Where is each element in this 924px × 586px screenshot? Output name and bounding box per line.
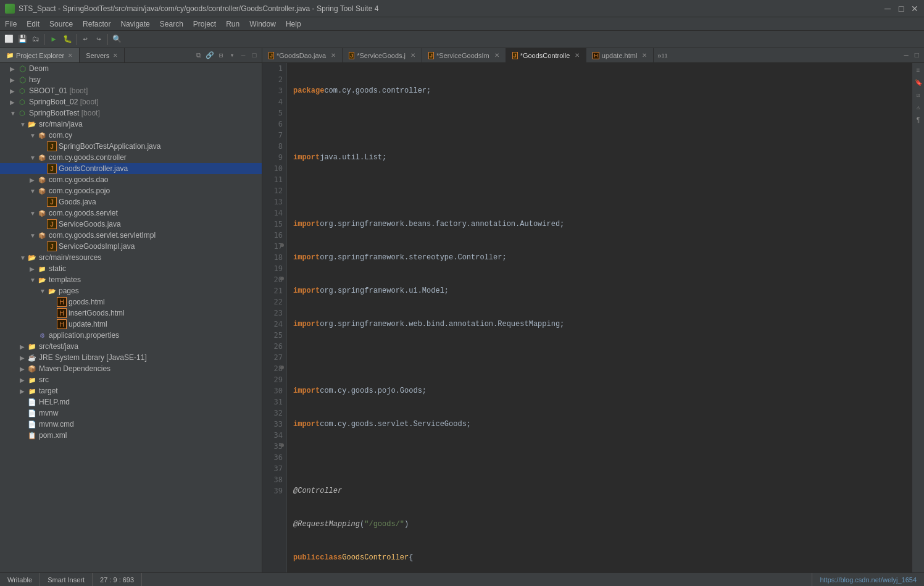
tree-item-deom[interactable]: ▶ ⬡ Deom (0, 63, 262, 74)
menu-help[interactable]: Help (281, 17, 306, 30)
tree-item-comcy[interactable]: ▼ 📦 com.cy (0, 130, 262, 141)
tb-redo-button[interactable]: ↪ (93, 33, 105, 46)
maximize-panel-button[interactable]: □ (249, 51, 259, 61)
annotation-icon[interactable]: ¶ (914, 115, 923, 125)
tree-item-srctestjava[interactable]: ▶ 📁 src/test/java (0, 341, 262, 352)
tree-item-springboottest[interactable]: ▼ ⬡ SpringBootTest [boot] (0, 107, 262, 119)
editor-tab-goodscontroller[interactable]: J *GoodsControlle ✕ (506, 48, 587, 62)
tree-item-mvnwcmd[interactable]: ▶ 📄 mvnw.cmd (0, 419, 262, 430)
editor-tab-goodsdao[interactable]: J *GoodsDao.java ✕ (262, 48, 343, 62)
menu-source[interactable]: Source (44, 17, 78, 30)
status-writable[interactable]: Writable (0, 573, 40, 586)
outline-icon[interactable]: ≡ (914, 65, 923, 75)
tb-save-button[interactable]: 💾 (16, 33, 28, 46)
tree-item-maven[interactable]: ▶ 📦 Maven Dependencies (0, 363, 262, 374)
folder-icon: 📁 (27, 386, 37, 396)
tree-item-jre[interactable]: ▶ ☕ JRE System Library [JavaSE-11] (0, 352, 262, 363)
tb-undo-button[interactable]: ↩ (79, 33, 91, 46)
collapse-all-button[interactable]: ⧉ (194, 51, 204, 61)
tree-label: Deom (29, 64, 49, 73)
editor-tab-overflow[interactable]: »11 (654, 48, 671, 62)
tree-item-hsy[interactable]: ▶ ⬡ hsy (0, 74, 262, 85)
tree-item-goods-html[interactable]: ▶ H goods.html (0, 296, 262, 308)
expand-arrow[interactable]: ▶ (10, 99, 17, 106)
expand-arrow-springboottest[interactable]: ▼ (10, 110, 17, 117)
bookmark-icon[interactable]: 🔖 (914, 78, 923, 88)
status-link[interactable]: https://blog.csdn.net/welyj_1654 (812, 573, 924, 586)
tree-item-servicegoods-java[interactable]: ▶ J ServiceGoods.java (0, 219, 262, 230)
filter-button[interactable]: ⊟ (216, 51, 226, 61)
minimize-panel-button[interactable]: — (238, 51, 248, 61)
tree-item-springboot02[interactable]: ▶ ⬡ SpringBoot_02 [boot] (0, 96, 262, 107)
tree-item-insertgoods-html[interactable]: ▶ H insertGoods.html (0, 308, 262, 319)
maximize-editor-button[interactable]: □ (912, 51, 922, 60)
tasks-icon[interactable]: ☑ (914, 90, 923, 100)
tab-close-icon[interactable]: ✕ (68, 52, 73, 59)
tab-close-button[interactable]: ✕ (642, 52, 647, 59)
menu-refactor[interactable]: Refactor (78, 17, 115, 30)
tree-item-servletimpl-pkg[interactable]: ▼ 📦 com.cy.goods.servlet.servletImpl (0, 230, 262, 241)
code-line-10: import com.cy.goods.pojo.Goods; (292, 385, 912, 396)
minimize-editor-button[interactable]: — (902, 51, 911, 60)
close-button[interactable]: ✕ (910, 4, 919, 13)
menu-search[interactable]: Search (155, 17, 188, 30)
tree-item-src[interactable]: ▶ 📁 src (0, 374, 262, 385)
tree-item-goods-java[interactable]: ▶ J Goods.java (0, 196, 262, 207)
tree-item-dao-pkg[interactable]: ▶ 📦 com.cy.goods.dao (0, 174, 262, 185)
tb-run-button[interactable]: ▶ (48, 33, 60, 46)
menu-project[interactable]: Project (188, 17, 221, 30)
tab-close-button[interactable]: ✕ (331, 52, 336, 59)
tab-close-button[interactable]: ✕ (410, 52, 415, 59)
link-editor-button[interactable]: 🔗 (205, 51, 215, 61)
editor-tab-servicegoodsim[interactable]: J *ServiceGoodsIm ✕ (422, 48, 506, 62)
tree-label: Goods.java (59, 198, 96, 206)
tb-new-button[interactable]: ⬜ (2, 33, 15, 46)
tree-item-pojo-pkg[interactable]: ▼ 📦 com.cy.goods.pojo (0, 185, 262, 196)
problems-icon[interactable]: ⚠ (914, 103, 923, 112)
tree-item-app-props[interactable]: ▶ ⚙ application.properties (0, 330, 262, 341)
tree-item-target[interactable]: ▶ 📁 target (0, 385, 262, 396)
tab-close-button[interactable]: ✕ (575, 52, 580, 59)
code-area[interactable]: package com.cy.goods.controller; import … (287, 63, 912, 572)
tree-item-resources[interactable]: ▼ 📂 src/main/resources (0, 252, 262, 263)
tab-close-button[interactable]: ✕ (494, 52, 499, 59)
editor-tab-servicegoods[interactable]: J *ServiceGoods.j ✕ (343, 48, 422, 62)
expand-arrow[interactable]: ▶ (10, 88, 17, 94)
tree-item-srcmainjava[interactable]: ▼ 📂 src/main/java (0, 119, 262, 130)
tree-item-sboot01[interactable]: ▶ ⬡ SBOOT_01 [boot] (0, 85, 262, 96)
tree-item-mvnw[interactable]: ▶ 📄 mvnw (0, 408, 262, 419)
tree-item-servlet-pkg[interactable]: ▼ 📦 com.cy.goods.servlet (0, 207, 262, 219)
tree-item-servicegoodsimpl-java[interactable]: ▶ J ServiceGoodsImpl.java (0, 241, 262, 252)
line-num-11: 11 (262, 174, 283, 185)
tab-servers[interactable]: Servers ✕ (80, 48, 125, 62)
tab-project-explorer[interactable]: 📁 Project Explorer ✕ (0, 48, 80, 62)
expand-arrow[interactable]: ▶ (10, 77, 17, 83)
tree-item-pomxml[interactable]: ▶ 📋 pom.xml (0, 430, 262, 441)
tree-item-pages[interactable]: ▼ 📂 pages (0, 285, 262, 296)
menu-file[interactable]: File (0, 17, 22, 30)
editor-tab-updatehtml[interactable]: H update.html ✕ (586, 48, 654, 62)
menu-run[interactable]: Run (221, 17, 244, 30)
tb-search-button[interactable]: 🔍 (110, 33, 123, 46)
tree-item-static[interactable]: ▶ 📁 static (0, 263, 262, 274)
tree-label: com.cy.goods.servlet (49, 209, 118, 217)
status-insert-mode[interactable]: Smart Insert (40, 573, 93, 586)
tree-item-goodscontroller[interactable]: ▶ J GoodsController.java (0, 163, 262, 174)
menu-edit[interactable]: Edit (22, 17, 44, 30)
servers-tab-close[interactable]: ✕ (113, 52, 118, 59)
tb-debug-button[interactable]: 🐛 (61, 33, 73, 46)
tb-sep-1 (44, 34, 45, 45)
maximize-button[interactable]: □ (897, 4, 905, 13)
tree-item-templates[interactable]: ▼ 📂 templates (0, 274, 262, 285)
menu-window[interactable]: Window (244, 17, 281, 30)
menu-navigate[interactable]: Navigate (115, 17, 154, 30)
tree-item-helpmd[interactable]: ▶ 📄 HELP.md (0, 396, 262, 408)
tree-item-controller-pkg[interactable]: ▼ 📦 com.cy.goods.controller (0, 152, 262, 163)
expand-arrow[interactable]: ▶ (10, 65, 17, 72)
view-menu-button[interactable]: ▾ (227, 51, 237, 61)
tree-item-appjava[interactable]: ▶ J SpringBootTestApplication.java (0, 141, 262, 152)
tree-item-update-html[interactable]: ▶ H update.html (0, 319, 262, 330)
minimize-button[interactable]: ─ (883, 4, 892, 13)
tb-save-all-button[interactable]: 🗂 (30, 33, 42, 46)
tree-label: update.html (69, 320, 107, 329)
